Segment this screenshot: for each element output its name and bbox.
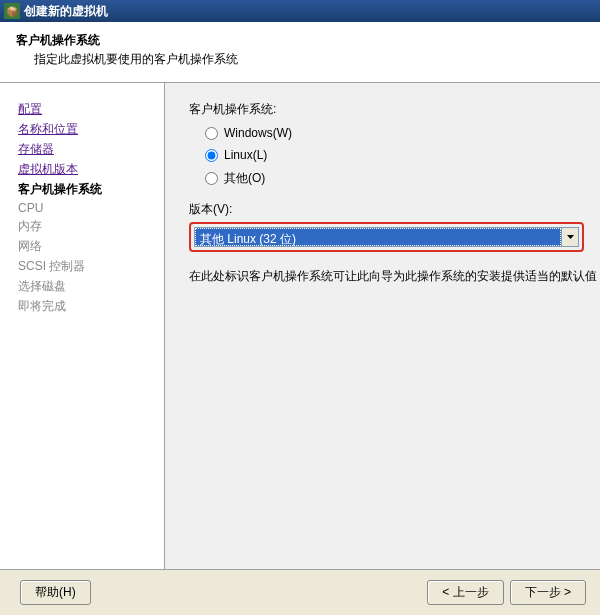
sidebar-step-7: 网络 (18, 238, 164, 255)
version-select-button[interactable] (561, 228, 578, 246)
sidebar-step-2[interactable]: 存储器 (18, 141, 164, 158)
radio-linux-input[interactable] (205, 149, 218, 162)
page-subtitle: 指定此虚拟机要使用的客户机操作系统 (16, 51, 584, 68)
page-title: 客户机操作系统 (16, 32, 584, 49)
version-highlight: 其他 Linux (32 位) (189, 222, 584, 252)
chevron-down-icon (567, 235, 574, 239)
radio-windows[interactable]: Windows(W) (205, 126, 600, 140)
sidebar-step-1[interactable]: 名称和位置 (18, 121, 164, 138)
wizard-footer: 帮助(H) < 上一步 下一步 > (0, 569, 600, 615)
back-button[interactable]: < 上一步 (427, 580, 503, 605)
sidebar-step-8: SCSI 控制器 (18, 258, 164, 275)
help-button[interactable]: 帮助(H) (20, 580, 91, 605)
sidebar-step-5: CPU (18, 201, 164, 215)
radio-linux[interactable]: Linux(L) (205, 148, 600, 162)
sidebar-step-4[interactable]: 客户机操作系统 (18, 181, 164, 198)
titlebar: 📦 创建新的虚拟机 (0, 0, 600, 22)
radio-other-input[interactable] (205, 172, 218, 185)
version-select-value: 其他 Linux (32 位) (195, 228, 561, 246)
wizard-content: 配置名称和位置存储器虚拟机版本客户机操作系统CPU内存网络SCSI 控制器选择磁… (0, 83, 600, 608)
radio-windows-label: Windows(W) (224, 126, 292, 140)
guest-os-radio-group: Windows(W) Linux(L) 其他(O) (189, 126, 600, 187)
wizard-steps-sidebar: 配置名称和位置存储器虚拟机版本客户机操作系统CPU内存网络SCSI 控制器选择磁… (0, 83, 165, 608)
helper-text: 在此处标识客户机操作系统可让此向导为此操作系统的安装提供适当的默认值 (189, 268, 600, 285)
sidebar-step-3[interactable]: 虚拟机版本 (18, 161, 164, 178)
radio-windows-input[interactable] (205, 127, 218, 140)
radio-other-label: 其他(O) (224, 170, 265, 187)
sidebar-step-10: 即将完成 (18, 298, 164, 315)
app-icon: 📦 (4, 3, 20, 19)
guest-os-label: 客户机操作系统: (189, 101, 600, 118)
window-title: 创建新的虚拟机 (24, 3, 108, 20)
sidebar-step-6: 内存 (18, 218, 164, 235)
wizard-main-panel: 客户机操作系统: Windows(W) Linux(L) 其他(O) 版本(V)… (165, 83, 600, 608)
version-select[interactable]: 其他 Linux (32 位) (194, 227, 579, 247)
next-button[interactable]: 下一步 > (510, 580, 586, 605)
sidebar-step-9: 选择磁盘 (18, 278, 164, 295)
radio-other[interactable]: 其他(O) (205, 170, 600, 187)
sidebar-step-0[interactable]: 配置 (18, 101, 164, 118)
version-label: 版本(V): (189, 201, 600, 218)
radio-linux-label: Linux(L) (224, 148, 267, 162)
wizard-header: 客户机操作系统 指定此虚拟机要使用的客户机操作系统 (0, 22, 600, 83)
